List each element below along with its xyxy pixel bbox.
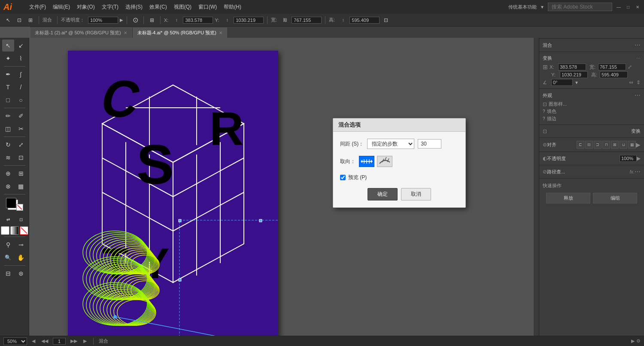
shape-builder-btn[interactable]: ⊕ xyxy=(2,167,14,179)
graphic-style-label[interactable]: 图形样... xyxy=(549,101,567,107)
menu-object[interactable]: 对象(O) xyxy=(73,2,98,12)
warp-tool-btn[interactable]: ≋ xyxy=(2,152,14,164)
selection-tool-btn[interactable]: ↖ xyxy=(2,39,14,52)
hand-btn[interactable]: ✋ xyxy=(15,252,27,264)
align-icon[interactable]: ⊞ xyxy=(26,15,35,25)
transform-collapse-icon[interactable]: ⋯ xyxy=(636,56,641,61)
menu-file[interactable]: 文件(F) xyxy=(26,2,49,12)
lasso-tool-btn[interactable]: ⌇ xyxy=(15,52,27,64)
bottom-play-icon[interactable]: ▶ xyxy=(631,338,635,344)
none-mode-btn[interactable] xyxy=(20,226,28,235)
menu-select[interactable]: 选择(S) xyxy=(122,2,146,12)
h-input[interactable] xyxy=(349,17,380,24)
brush-tool-btn[interactable]: ✏ xyxy=(2,110,14,122)
menu-edit[interactable]: 编辑(E) xyxy=(49,2,73,12)
ellipse-tool-btn[interactable]: ○ xyxy=(15,94,27,106)
transform-2-title-row[interactable]: ⊡ 变换 xyxy=(543,127,641,136)
eraser-tool-btn[interactable]: ◫ xyxy=(2,123,14,135)
flip-h-icon[interactable]: ⇔ xyxy=(629,79,633,85)
orient-path-btn[interactable] xyxy=(377,156,392,167)
zoom-selector[interactable]: 50% 75% 100% xyxy=(3,337,27,345)
align-top-btn[interactable]: ⊓ xyxy=(602,141,610,149)
blend-more-btn[interactable]: ⋯ xyxy=(635,42,641,49)
pathfinder-title-row[interactable]: ⊘ 路径查... fx. ⋯ xyxy=(543,167,641,176)
tab-0[interactable]: 未标题-1 (2).ai* @ 50% (RGB/GPU 预览) ✕ xyxy=(30,27,132,38)
maximize-button[interactable]: □ xyxy=(625,4,631,10)
appearance-title-row[interactable]: 外观 ⋯ xyxy=(543,91,641,100)
default-colors-btn[interactable]: ⊡ xyxy=(15,213,27,225)
group-btn[interactable]: 编组 xyxy=(593,193,637,203)
tab-close-1[interactable]: ✕ xyxy=(219,30,222,35)
live-paint-btn[interactable]: ⊞ xyxy=(15,167,27,179)
appearance-more-btn[interactable]: ⋯ xyxy=(635,92,641,99)
artboard-number-input[interactable] xyxy=(53,338,66,345)
search-stock-input[interactable] xyxy=(548,3,612,11)
align-right-btn[interactable]: ⊐ xyxy=(594,141,601,149)
type-tool-btn[interactable]: T xyxy=(2,81,14,93)
global-edit-btn[interactable]: ⊛ xyxy=(15,267,27,279)
transform-w-input[interactable] xyxy=(598,64,626,70)
h-more-icon[interactable]: ⊡ xyxy=(381,15,391,25)
graph-tool-btn[interactable]: ▦ xyxy=(15,180,27,192)
measure-btn[interactable]: ⊸ xyxy=(15,239,27,251)
align-more-btn[interactable]: ▶ xyxy=(636,141,641,148)
rotate-tool-btn[interactable]: ↻ xyxy=(2,139,14,151)
transform-title-row[interactable]: 变换 ⋯ xyxy=(543,54,641,63)
align-center-btn[interactable]: ⊟ xyxy=(585,141,593,149)
transform-icon[interactable]: ⊡ xyxy=(15,15,24,25)
artboard-btn[interactable]: ⊟ xyxy=(2,267,14,279)
direct-select-tool-btn[interactable]: ↙ xyxy=(15,39,27,52)
bottom-settings-icon[interactable]: ⚙ xyxy=(636,338,641,344)
x-input[interactable] xyxy=(183,17,213,24)
workspace-dropdown-icon[interactable]: ▼ xyxy=(540,5,544,9)
spacing-select[interactable]: 指定的步数 xyxy=(367,139,414,149)
curvature-tool-btn[interactable]: ∫ xyxy=(15,68,27,80)
transform-x-input[interactable] xyxy=(558,64,586,70)
gradient-mode-btn[interactable] xyxy=(10,226,19,235)
selection-icon[interactable]: ↖ xyxy=(3,15,13,25)
transform-btn[interactable]: ⊞ xyxy=(147,15,157,25)
release-btn[interactable]: 释放 xyxy=(546,193,590,203)
y-input[interactable] xyxy=(234,17,264,24)
menu-type[interactable]: 文字(T) xyxy=(98,2,122,12)
prev-artboard-btn[interactable]: ◀ xyxy=(30,338,36,344)
menu-effect[interactable]: 效果(C) xyxy=(146,2,170,12)
w-link-icon[interactable]: ⛓ xyxy=(280,15,290,25)
rect-tool-btn[interactable]: □ xyxy=(2,94,14,106)
pencil-tool-btn[interactable]: ✐ xyxy=(15,110,27,122)
transform-h-input[interactable] xyxy=(600,71,628,78)
orient-page-btn[interactable] xyxy=(359,156,374,167)
blend-tool-btn[interactable]: ⊗ xyxy=(2,180,14,192)
last-artboard-btn[interactable]: ▶▶ xyxy=(69,338,79,344)
pathfinder-more-btn[interactable]: ⋯ xyxy=(635,168,641,175)
fill-mode-btn[interactable] xyxy=(1,226,9,235)
opacity-input[interactable] xyxy=(88,17,118,24)
fg-color-box[interactable] xyxy=(6,198,16,208)
angle-input[interactable] xyxy=(551,79,573,86)
cancel-button[interactable]: 取消 xyxy=(401,188,431,200)
eyedropper-btn[interactable]: ⚲ xyxy=(2,239,14,251)
opacity-expand-btn[interactable]: ▶ xyxy=(637,155,641,161)
spacing-value-input[interactable] xyxy=(418,139,441,149)
opacity-arrow[interactable]: ▶ xyxy=(120,18,123,22)
free-transform-btn[interactable]: ⊡ xyxy=(15,152,27,164)
tab-1[interactable]: 未标题-4.ai* @ 50% (RGB/GPU 预览) ✕ xyxy=(133,27,227,38)
tab-close-0[interactable]: ✕ xyxy=(124,30,127,35)
swap-colors-btn[interactable]: ⇄ xyxy=(2,213,14,225)
zoom-btn[interactable]: 🔍 xyxy=(2,252,14,264)
menu-help[interactable]: 帮助(H) xyxy=(220,2,245,12)
ok-button[interactable]: 确定 xyxy=(368,188,398,200)
scissors-tool-btn[interactable]: ✂ xyxy=(15,123,27,135)
w-input[interactable] xyxy=(292,17,322,24)
transform-y-input[interactable] xyxy=(560,71,588,78)
preview-checkbox[interactable] xyxy=(340,175,346,180)
color-wheel-icon[interactable]: ⊙ xyxy=(131,15,140,25)
close-button[interactable]: ✕ xyxy=(635,4,641,10)
opacity-value-input[interactable] xyxy=(620,155,637,162)
align-middle-btn[interactable]: ⊠ xyxy=(611,141,619,149)
distribute-btn[interactable]: ▦ xyxy=(628,141,636,149)
angle-dropdown[interactable]: ▼ xyxy=(574,80,579,85)
vertical-scrollbar[interactable] xyxy=(534,38,539,336)
minimize-button[interactable]: — xyxy=(616,4,622,10)
menu-window[interactable]: 窗口(W) xyxy=(195,2,220,12)
